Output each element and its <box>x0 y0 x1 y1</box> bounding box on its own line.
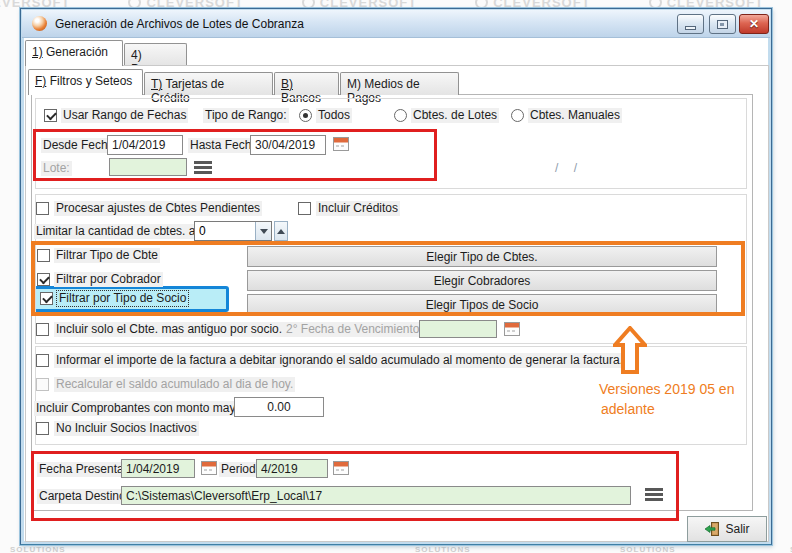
chevron-down-icon[interactable] <box>255 222 271 240</box>
close-button[interactable]: ✕ <box>739 14 769 34</box>
carpeta-destino-label: Carpeta Destino: <box>37 489 131 504</box>
lote-label: Lote: <box>41 161 72 176</box>
informar-importe-checkbox[interactable] <box>36 354 49 367</box>
recalcular-saldo-label: Recalcular el saldo acumulado al dia de … <box>54 377 295 392</box>
tipo-rango-label: Tipo de Rango: <box>203 108 289 123</box>
calendar-icon[interactable] <box>504 321 520 336</box>
monto-mayor-input[interactable] <box>234 397 324 417</box>
calendar-icon[interactable] <box>201 460 217 475</box>
tab-generacion[interactable]: 1) Generación <box>25 40 123 66</box>
dialog-window: Generación de Archivos de Lotes de Cobra… <box>20 8 772 545</box>
desde-fecha-input[interactable] <box>107 135 183 155</box>
lote-input[interactable] <box>109 158 187 176</box>
salir-button[interactable]: Salir <box>687 516 767 542</box>
elegir-tipos-socio-button[interactable]: Elegir Tipos de Socio <box>247 294 717 315</box>
incluir-solo-antiguo-checkbox[interactable] <box>36 323 49 336</box>
no-incluir-inactivos-label: No Incluir Socios Inactivos <box>54 421 199 436</box>
limitar-cantidad-label: Limitar la cantidad de cbtes. a: <box>34 224 201 239</box>
fecha-presentacion-input[interactable] <box>121 459 195 478</box>
carpeta-destino-input[interactable] <box>121 486 631 505</box>
radio-cbtes-manuales-label[interactable]: Cbtes. Manuales <box>528 108 622 123</box>
maximize-icon <box>717 20 728 29</box>
radio-cbtes-de-lotes-label[interactable]: Cbtes. de Lotes <box>411 108 499 123</box>
minimize-button[interactable] <box>677 14 704 34</box>
filtrar-tipo-cbte-label: Filtrar Tipo de Cbte <box>54 248 160 263</box>
chevron-up-icon <box>277 229 285 234</box>
window-title: Generación de Archivos de Lotes de Cobra… <box>55 17 304 31</box>
empty-date-text: / / <box>555 161 583 175</box>
hasta-fecha-input[interactable] <box>250 135 326 155</box>
no-incluir-inactivos-checkbox[interactable] <box>36 422 49 435</box>
radio-todos[interactable] <box>299 109 312 122</box>
periodo-input[interactable] <box>256 459 328 478</box>
tab-proceso[interactable]: 4) Proceso <box>124 43 187 66</box>
procesar-ajustes-checkbox[interactable] <box>36 202 49 215</box>
salir-label: Salir <box>725 522 749 536</box>
tab-tarjetas-de-credito[interactable]: T) Tarjetas de Crédito <box>144 72 273 95</box>
incluir-creditos-checkbox[interactable] <box>298 202 311 215</box>
tab-bancos[interactable]: B) Bancos <box>274 72 339 95</box>
incluir-creditos-label: Incluir Créditos <box>316 201 400 216</box>
version-note-line1: Versiones 2019 05 en <box>599 381 734 397</box>
filtrar-por-tipo-socio-checkbox[interactable] <box>40 292 53 305</box>
elegir-tipo-cbtes-button[interactable]: Elegir Tipo de Cbtes. <box>247 246 717 267</box>
filtrar-por-tipo-socio-label: Filtrar por Tipo de Socio <box>57 291 188 306</box>
calendar-icon[interactable] <box>333 460 349 475</box>
maximize-button[interactable] <box>709 14 736 34</box>
segunda-fecha-input[interactable] <box>419 320 497 338</box>
filtrar-tipo-cbte-checkbox[interactable] <box>37 249 50 262</box>
tab-medios-de-pagos[interactable]: M) Medios de Pagos <box>340 72 459 95</box>
exit-door-icon <box>704 521 720 537</box>
app-logo-icon <box>32 16 47 31</box>
segunda-fecha-vencimiento-label: 2° Fecha de Vencimiento: <box>284 322 425 337</box>
filtrar-por-cobrador-label: Filtrar por Cobrador <box>54 272 163 287</box>
minimize-icon <box>685 26 696 30</box>
incluir-solo-antiguo-label: Incluir solo el Cbte. mas antiguo por so… <box>54 322 284 337</box>
radio-cbtes-de-lotes[interactable] <box>394 109 407 122</box>
limitar-cantidad-value: 0 <box>195 222 255 240</box>
monto-mayor-label: Incluir Comprobantes con monto mayor a: <box>34 401 261 416</box>
recalcular-saldo-checkbox <box>36 378 49 391</box>
radio-todos-label[interactable]: Todos <box>316 108 352 123</box>
radio-cbtes-manuales[interactable] <box>511 109 524 122</box>
filtrar-por-cobrador-checkbox[interactable] <box>37 273 50 286</box>
usar-rango-label: Usar Rango de Fechas <box>61 108 188 123</box>
usar-rango-checkbox[interactable] <box>44 109 57 122</box>
informar-importe-label: Informar el importe de la factura a debi… <box>54 353 625 368</box>
version-note-line2: adelante <box>601 401 655 417</box>
carpeta-menu-icon[interactable] <box>645 488 663 501</box>
close-icon: ✕ <box>749 18 759 30</box>
calendar-icon[interactable] <box>333 136 349 151</box>
lote-menu-icon[interactable] <box>194 161 212 174</box>
elegir-cobradores-button[interactable]: Elegir Cobradores <box>247 270 717 291</box>
limitar-cantidad-combo[interactable]: 0 <box>194 221 272 241</box>
annotation-arrow-up-icon <box>613 326 647 374</box>
procesar-ajustes-label: Procesar ajustes de Cbtes Pendientes <box>54 201 262 216</box>
title-bar[interactable]: Generación de Archivos de Lotes de Cobra… <box>22 10 770 38</box>
spin-up-button[interactable] <box>274 221 288 241</box>
tab-filtros-y-seteos[interactable]: F) Filtros y Seteos <box>28 69 143 95</box>
